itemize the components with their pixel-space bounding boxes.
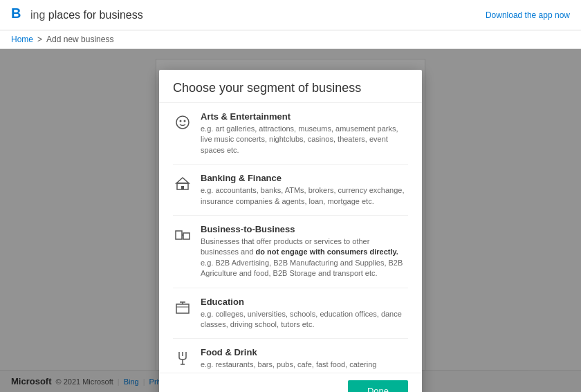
banking-name: Banking & Finance [201, 173, 408, 183]
food-name: Food & Drink [201, 347, 408, 357]
main-area: Enter Category Information 1 Segment of … [0, 49, 581, 381]
segment-modal: Choose your segment of business Arts & E… [159, 70, 422, 392]
modal-title: Choose your segment of business [173, 81, 408, 95]
education-name: Education [201, 297, 408, 307]
download-app-link[interactable]: Download the app now [486, 10, 570, 20]
arts-name: Arts & Entertainment [201, 111, 408, 122]
segment-item-education[interactable]: Education e.g. colleges, universities, s… [173, 288, 408, 339]
b2b-desc: Businesses that offer products or servic… [201, 236, 408, 279]
svg-rect-10 [183, 233, 190, 239]
b2b-name: Business-to-Business [201, 224, 408, 234]
segment-item-food[interactable]: Food & Drink e.g. restaurants, bars, pub… [173, 339, 408, 373]
arts-info: Arts & Entertainment e.g. art galleries,… [201, 111, 408, 156]
arts-desc: e.g. art galleries, attractions, museums… [201, 124, 408, 156]
breadcrumb-home[interactable]: Home [11, 35, 33, 44]
site-logo: B ing places for business [11, 6, 143, 25]
breadcrumb-current: Add new business [46, 35, 113, 44]
modal-footer: Done [159, 373, 422, 392]
education-desc: e.g. colleges, universities, schools, ed… [201, 309, 408, 330]
svg-rect-8 [181, 186, 184, 189]
food-icon [173, 348, 192, 368]
food-info: Food & Drink e.g. restaurants, bars, pub… [201, 347, 408, 373]
svg-text:B: B [11, 6, 21, 21]
segment-item-banking[interactable]: Banking & Finance e.g. accountants, bank… [173, 165, 408, 216]
modal-overlay: Choose your segment of business Arts & E… [0, 49, 581, 392]
b2b-icon [173, 225, 192, 245]
svg-marker-7 [176, 178, 189, 183]
bing-logo-b: B [11, 6, 26, 25]
banking-desc: e.g. accountants, banks, ATMs, brokers, … [201, 185, 408, 207]
arts-icon [173, 113, 192, 132]
svg-rect-12 [176, 304, 189, 313]
breadcrumb-separator: > [37, 35, 42, 44]
svg-rect-9 [176, 231, 182, 239]
header: B ing places for business Download the a… [0, 0, 581, 30]
breadcrumb: Home > Add new business [0, 30, 581, 49]
education-icon [173, 298, 192, 317]
b2b-info: Business-to-Business Businesses that off… [201, 224, 408, 279]
svg-point-3 [176, 116, 189, 129]
segment-item-b2b[interactable]: Business-to-Business Businesses that off… [173, 216, 408, 288]
banking-info: Banking & Finance e.g. accountants, bank… [201, 173, 408, 207]
modal-body[interactable]: Arts & Entertainment e.g. art galleries,… [159, 103, 422, 373]
food-desc: e.g. restaurants, bars, pubs, cafe, fast… [201, 360, 408, 373]
svg-point-4 [180, 120, 182, 122]
education-info: Education e.g. colleges, universities, s… [201, 297, 408, 330]
banking-icon [173, 174, 192, 194]
svg-point-5 [184, 120, 186, 122]
modal-header: Choose your segment of business [159, 70, 422, 103]
segment-item-arts[interactable]: Arts & Entertainment e.g. art galleries,… [173, 103, 408, 165]
logo-text: ing places for business [30, 9, 143, 21]
done-button[interactable]: Done [348, 380, 408, 392]
